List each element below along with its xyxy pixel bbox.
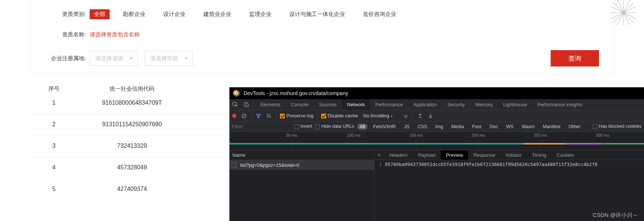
category-supervision[interactable]: 监理企业: [245, 9, 276, 19]
timeline-tick: 300 ms: [596, 133, 609, 137]
filter-input[interactable]: [232, 123, 291, 130]
svg-point-16: [405, 117, 406, 118]
detail-tab-headers[interactable]: Headers: [384, 150, 413, 160]
has-blocked-cookies-checkbox[interactable]: Has blocked cookies: [593, 124, 642, 129]
filter-row-category: 资质类别: 全部 勘察企业 设计企业 建筑业企业 监理企业 设计与施工一体化企业…: [45, 9, 606, 19]
tab-sources[interactable]: Sources: [314, 99, 342, 110]
record-icon[interactable]: [232, 113, 237, 118]
filter-type-other[interactable]: Other: [566, 124, 583, 130]
filter-row-name: 资质名称: 请选择资质包含名称: [45, 31, 606, 38]
category-construction[interactable]: 建筑业企业: [199, 9, 236, 19]
timeline-tick: 100 ms: [347, 133, 360, 137]
devtools-titlebar[interactable]: DevTools - jzsc.mohurd.gov.cn/data/compa…: [229, 87, 644, 99]
category-all[interactable]: 全部: [90, 9, 110, 19]
timeline-bar: [603, 143, 644, 144]
invert-checkbox[interactable]: Invert: [294, 124, 312, 129]
filter-panel: 资质类别: 全部 勘察企业 设计企业 建筑业企业 监理企业 设计与施工一体化企业…: [30, 0, 614, 74]
cell-code: 457328049: [71, 164, 193, 172]
preserve-log-checkbox[interactable]: Preserve log: [280, 113, 313, 118]
category-label: 资质类别:: [45, 11, 86, 18]
preview-body[interactable]: 1 95780ba0943730051dccb5fe3918f9fe1b6f21…: [374, 160, 644, 221]
category-cost[interactable]: 造价咨询企业: [358, 9, 401, 19]
filter-type-doc[interactable]: Doc: [487, 124, 500, 130]
network-body: Name list?pg=0&pgsz=15&total=0 × Headers…: [229, 150, 644, 221]
devtools-title: DevTools - jzsc.mohurd.gov.cn/data/compa…: [244, 90, 348, 96]
name-label: 资质名称:: [45, 31, 86, 38]
filter-type-font[interactable]: Font: [470, 124, 484, 130]
category-integrated[interactable]: 设计与施工一体化企业: [285, 9, 350, 19]
category-survey[interactable]: 勘察企业: [119, 9, 150, 19]
hide-data-urls-checkbox[interactable]: Hide data URLs: [315, 124, 354, 129]
filter-icon[interactable]: [255, 113, 262, 118]
network-conditions-icon[interactable]: [402, 113, 409, 118]
cell-code: 427409374: [71, 186, 193, 194]
cell-code: 732413329: [71, 143, 193, 150]
preview-text: 95780ba0943730051dccb5fe3918f9fe1b6f2130…: [385, 162, 598, 220]
detail-tab-cookies[interactable]: Cookies: [551, 150, 579, 160]
filter-type-img[interactable]: Img: [433, 124, 446, 130]
request-list: Name list?pg=0&pgsz=15&total=0: [229, 150, 374, 221]
chrome-icon: [233, 90, 240, 97]
search-button[interactable]: 查询: [551, 50, 599, 66]
detail-tab-timing[interactable]: Timing: [527, 150, 552, 160]
timeline-bar: [524, 143, 566, 144]
province-select[interactable]: 请选择省级: [90, 51, 138, 66]
cell-code: 913101154250907690: [71, 121, 193, 129]
filter-type-ws[interactable]: WS: [503, 124, 516, 130]
timeline-tick: 50 ms: [286, 133, 297, 137]
svg-line-15: [270, 117, 271, 118]
invert-label: Invert: [300, 124, 312, 129]
filter-type-all[interactable]: All: [357, 124, 368, 130]
detail-tab-initiator[interactable]: Initiator: [500, 150, 527, 160]
tab-elements[interactable]: Elements: [255, 99, 286, 110]
inspect-element-icon[interactable]: [229, 99, 241, 110]
name-value[interactable]: 请选择资质包含名称: [90, 31, 140, 38]
network-timeline[interactable]: 50 ms 100 ms 150 ms 200 ms 250 ms 300 ms: [229, 132, 644, 150]
filter-row-region: 企业注册属地: 请选择省级 请选择市级 查询: [45, 50, 606, 66]
filter-type-manifest[interactable]: Manifest: [540, 124, 563, 130]
filter-type-js[interactable]: JS: [402, 124, 412, 130]
search-icon[interactable]: [265, 113, 272, 118]
cell-index: 4: [37, 164, 71, 172]
request-checkbox[interactable]: [232, 163, 236, 168]
svg-rect-11: [246, 104, 248, 107]
filter-type-css[interactable]: CSS: [415, 124, 430, 130]
tab-performance[interactable]: Performance: [370, 99, 408, 110]
request-list-header[interactable]: Name: [229, 150, 374, 160]
clear-icon[interactable]: [241, 113, 247, 118]
tab-console[interactable]: Console: [286, 99, 314, 110]
detail-tab-payload[interactable]: Payload: [413, 150, 441, 160]
tab-application[interactable]: Application: [408, 99, 442, 110]
filter-type-media[interactable]: Media: [449, 124, 467, 130]
region-label: 企业注册属地:: [45, 55, 86, 62]
tab-performance-insights[interactable]: Performance insights: [532, 99, 588, 110]
tab-memory[interactable]: Memory: [470, 99, 498, 110]
has-blocked-cookies-label: Has blocked cookies: [599, 124, 642, 129]
cell-index: 1: [37, 100, 71, 107]
disable-cache-checkbox[interactable]: Disable cache: [321, 113, 358, 118]
export-har-icon[interactable]: [427, 113, 434, 118]
cell-index: 3: [37, 143, 71, 150]
detail-tab-response[interactable]: Response: [468, 150, 500, 160]
request-row[interactable]: list?pg=0&pgsz=15&total=0: [229, 160, 374, 170]
throttling-select[interactable]: No throttling: [362, 113, 399, 119]
col-header-code: 统一社会信用代码: [71, 85, 193, 92]
preserve-log-label: Preserve log: [286, 113, 313, 118]
close-detail-icon[interactable]: ×: [374, 150, 384, 160]
tab-lighthouse[interactable]: Lighthouse: [498, 99, 532, 110]
timeline-tick: 250 ms: [534, 133, 547, 137]
city-select[interactable]: 请选择市级: [145, 51, 193, 66]
import-har-icon[interactable]: [417, 113, 424, 118]
hide-data-urls-label: Hide data URLs: [321, 124, 354, 129]
filter-type-fetchxhr[interactable]: Fetch/XHR: [370, 124, 398, 130]
tab-network[interactable]: Network: [342, 99, 370, 110]
filter-type-wasm[interactable]: Wasm: [519, 124, 537, 130]
category-design[interactable]: 设计企业: [159, 9, 190, 19]
tab-security[interactable]: Security: [442, 99, 470, 110]
devtools-panel: DevTools - jzsc.mohurd.gov.cn/data/compa…: [229, 87, 644, 221]
device-toggle-icon[interactable]: [241, 99, 252, 110]
detail-tab-preview[interactable]: Preview: [441, 150, 468, 160]
col-header-index: 序号: [37, 85, 71, 92]
province-placeholder: 请选择省级: [95, 55, 123, 62]
city-placeholder: 请选择市级: [150, 55, 178, 62]
